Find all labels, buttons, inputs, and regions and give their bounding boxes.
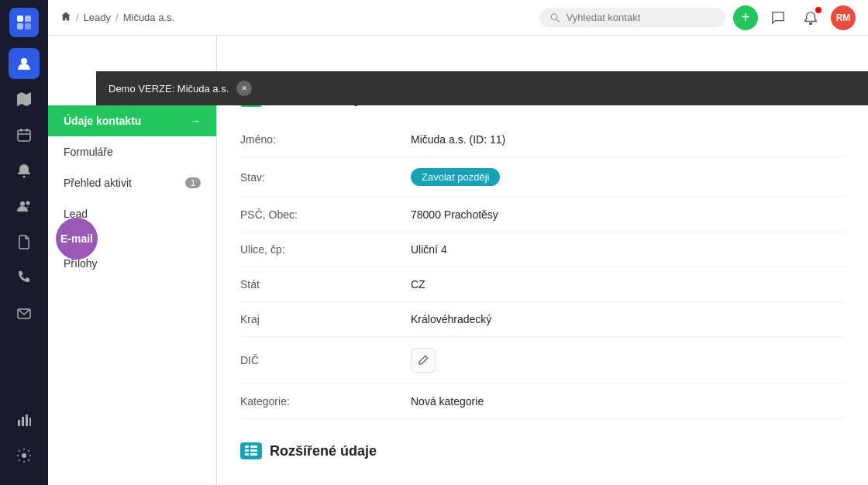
email-circle-label: E-mail: [60, 232, 93, 245]
nav-item-email[interactable]: E-mail: [48, 229, 216, 248]
sidebar-icon-file[interactable]: [9, 226, 40, 257]
svg-point-19: [551, 13, 557, 19]
svg-marker-5: [17, 92, 31, 106]
nav-item-label: Údaje kontaktu: [64, 115, 141, 127]
table-row: Stav: Zavolat později: [240, 157, 845, 198]
breadcrumb: / Leady / Mičuda a.s.: [60, 11, 174, 24]
svg-rect-14: [18, 420, 20, 426]
svg-rect-15: [22, 417, 24, 426]
svg-point-11: [20, 201, 25, 206]
nav-item-label: Přehled aktivit: [64, 177, 132, 189]
svg-point-21: [810, 22, 812, 25]
sidebar-icon-users[interactable]: [9, 48, 40, 79]
table-row: Ulice, čp: Uliční 4: [240, 232, 845, 267]
svg-point-12: [26, 201, 30, 205]
sidebar-icon-contacts[interactable]: [9, 191, 40, 222]
home-icon[interactable]: [60, 11, 71, 24]
sidebar-icon-chart[interactable]: [9, 404, 40, 435]
table-row: Stát CZ: [240, 267, 845, 302]
svg-rect-3: [25, 23, 31, 29]
sidebar-icon-phone[interactable]: [9, 262, 40, 293]
svg-rect-25: [245, 445, 249, 448]
search-icon: [550, 12, 560, 23]
svg-rect-26: [245, 449, 249, 452]
notification-button[interactable]: [798, 5, 823, 30]
demo-text: Demo VERZE: Mičuda a.s.: [108, 83, 229, 95]
field-value: Královéhradecký: [411, 302, 845, 337]
svg-point-10: [23, 176, 26, 178]
app-logo[interactable]: [9, 8, 39, 37]
breadcrumb-sep-1: /: [76, 12, 79, 23]
table-row: PSČ, Obec: 78000 Prachotěsy: [240, 198, 845, 232]
section2-title: Rozšířené údaje: [270, 443, 377, 459]
edit-dic-button[interactable]: [411, 348, 436, 373]
nav-item-formulare[interactable]: Formuláře: [48, 136, 216, 167]
nav-item-udaje[interactable]: Údaje kontaktu →: [48, 105, 216, 136]
svg-rect-17: [29, 418, 31, 426]
table-row: Jméno: Mičuda a.s. (ID: 11): [240, 122, 845, 157]
svg-rect-29: [250, 449, 257, 452]
svg-rect-27: [245, 453, 249, 456]
status-badge: Zavolat později: [411, 168, 500, 186]
header-icons: RM: [766, 5, 856, 30]
table-row: DIČ: [240, 337, 845, 384]
chat-button[interactable]: [766, 5, 790, 30]
svg-rect-1: [25, 15, 31, 22]
search-area: + RM: [539, 5, 856, 30]
nav-item-label: Formuláře: [64, 146, 113, 158]
sidebar-icon-map[interactable]: [9, 84, 40, 115]
add-button[interactable]: +: [733, 5, 758, 30]
svg-point-18: [22, 453, 26, 458]
field-value-dic: [411, 337, 845, 384]
field-label: Stav:: [240, 157, 411, 198]
demo-banner: Demo VERZE: Mičuda a.s. ×: [96, 71, 868, 105]
field-value: Mičuda a.s. (ID: 11): [411, 122, 845, 157]
field-label: Jméno:: [240, 122, 411, 157]
notification-badge: [815, 7, 822, 13]
top-header: / Leady / Mičuda a.s. +: [48, 0, 868, 36]
svg-rect-30: [250, 453, 257, 456]
field-label: Kategorie:: [240, 384, 411, 419]
breadcrumb-contact: Mičuda a.s.: [123, 12, 174, 23]
field-value: CZ: [411, 267, 845, 302]
avatar[interactable]: RM: [831, 5, 856, 30]
sidebar-icon-settings[interactable]: [9, 440, 40, 471]
section2-header: Rozšířené údaje: [240, 442, 845, 459]
field-value: 78000 Prachotěsy: [411, 198, 845, 232]
nav-item-prehled[interactable]: Přehled aktivit 1: [48, 167, 216, 198]
svg-line-20: [556, 19, 560, 22]
field-value: Nová kategorie: [411, 384, 845, 419]
field-label: Stát: [240, 267, 411, 302]
email-circle: E-mail: [56, 218, 98, 260]
nav-arrow-icon: →: [190, 115, 201, 127]
content-area: Demo VERZE: Mičuda a.s. × Údaje kontaktu…: [48, 36, 868, 485]
nav-badge-count: 1: [185, 177, 201, 188]
sidebar-icon-calendar[interactable]: [9, 119, 40, 150]
svg-rect-28: [250, 445, 257, 448]
breadcrumb-leady[interactable]: Leady: [84, 12, 111, 23]
svg-rect-6: [18, 130, 30, 141]
sidebar-icon-mail[interactable]: [9, 298, 40, 328]
search-box[interactable]: [539, 8, 725, 27]
field-label: PSČ, Obec:: [240, 198, 411, 232]
field-value-stav: Zavolat později: [411, 157, 845, 198]
svg-rect-0: [17, 15, 23, 22]
field-label: DIČ: [240, 337, 411, 384]
svg-rect-2: [17, 23, 23, 29]
field-label: Ulice, čp:: [240, 232, 411, 267]
svg-point-4: [21, 58, 27, 64]
info-table: Jméno: Mičuda a.s. (ID: 11) Stav: Zavola…: [240, 122, 845, 419]
main-area: / Leady / Mičuda a.s. +: [48, 0, 868, 485]
demo-close-button[interactable]: ×: [236, 81, 252, 96]
breadcrumb-sep-2: /: [115, 12, 119, 23]
table-row: Kategorie: Nová kategorie: [240, 384, 845, 419]
search-input[interactable]: [567, 12, 715, 23]
field-value: Uliční 4: [411, 232, 845, 267]
section2-icon: [240, 442, 262, 459]
icon-sidebar: [0, 0, 48, 485]
field-label: Kraj: [240, 302, 411, 337]
table-row: Kraj Královéhradecký: [240, 302, 845, 337]
svg-rect-16: [26, 414, 28, 426]
sidebar-icon-bell[interactable]: [9, 155, 40, 186]
